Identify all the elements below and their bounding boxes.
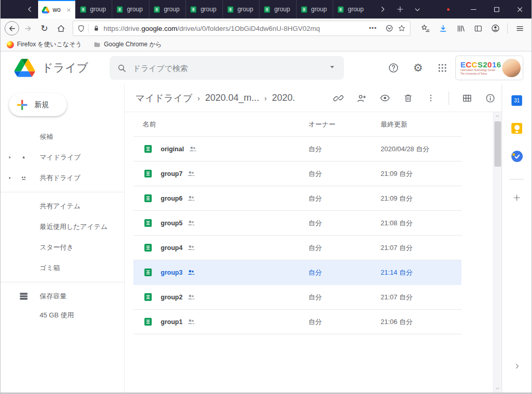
forward-button[interactable]	[20, 21, 36, 36]
sidebar-item-label: ゴミ箱	[40, 263, 60, 273]
bookmark-firefox[interactable]: Firefox を使いこなそう	[7, 40, 82, 49]
preview-eye-button[interactable]	[380, 93, 390, 103]
google-apps-grid-button[interactable]	[437, 62, 448, 74]
info-button[interactable]	[485, 93, 495, 103]
reload-icon: ↻	[41, 24, 48, 33]
page-actions-icon[interactable]: •••	[369, 25, 377, 32]
sheets-file-icon	[143, 267, 153, 277]
bookmark-star-icon[interactable]	[398, 24, 406, 32]
tab-scroll-right-button[interactable]	[374, 5, 391, 13]
tab-group-8[interactable]: group	[333, 0, 370, 19]
sheets-file-icon	[143, 193, 153, 203]
window-close-button[interactable]	[508, 0, 531, 19]
content-row: 名前 オーナー 最終更新 original 自分 2020/04/28 自分 g…	[125, 112, 502, 392]
search-options-caret-icon[interactable]	[328, 62, 337, 74]
more-actions-button[interactable]	[426, 93, 436, 103]
minimize-button[interactable]	[462, 0, 485, 19]
file-row-group6[interactable]: group6 自分 21:09 自分	[133, 186, 461, 211]
firefox-account-button[interactable]	[488, 21, 503, 36]
home-button[interactable]	[53, 21, 68, 36]
drive-header: ドライブ ⚙ ECCS2016 Information Technology C…	[1, 51, 531, 84]
breadcrumb-my-drive[interactable]: マイドライブ	[135, 92, 193, 104]
vertical-scrollbar[interactable]	[493, 112, 502, 392]
file-row-group1[interactable]: group1 自分 21:06 自分	[133, 310, 461, 334]
tracking-protection-shield-icon[interactable]	[77, 25, 85, 32]
column-header-name[interactable]: 名前	[133, 120, 308, 129]
downloads-button[interactable]	[435, 21, 451, 36]
hide-side-panel-button[interactable]	[513, 363, 521, 370]
back-button[interactable]	[5, 21, 19, 35]
menu-button[interactable]	[512, 21, 527, 36]
drive-brand[interactable]: ドライブ	[1, 59, 110, 77]
file-row-group4[interactable]: group4 自分 21:07 自分	[133, 236, 461, 260]
scroll-up-arrow[interactable]	[493, 112, 502, 120]
drive-search-bar[interactable]	[110, 56, 344, 80]
expand-arrow-icon[interactable]	[6, 155, 13, 160]
sidebar-item-priority[interactable]: 候補	[1, 127, 124, 147]
tab-drive[interactable]: wo	[38, 0, 75, 19]
library-button[interactable]	[453, 21, 468, 36]
tab-close-icon[interactable]	[66, 7, 72, 13]
file-row-group5[interactable]: group5 自分 21:08 自分	[133, 211, 461, 236]
sidebar-item-shared-drives[interactable]: 共有ドライブ	[1, 168, 124, 188]
column-header-modified[interactable]: 最終更新	[381, 120, 461, 129]
add-on-button[interactable]	[512, 193, 521, 202]
tab-group-6[interactable]: group	[259, 0, 296, 19]
url-bar[interactable]: https://drive.google.com/drive/u/0/folde…	[73, 21, 410, 36]
tab-group-3[interactable]: group	[149, 0, 186, 19]
sidebar-item-label: 共有アイテム	[40, 202, 80, 211]
pocket-icon[interactable]	[385, 24, 393, 32]
sidebar-item-trash[interactable]: ゴミ箱	[1, 258, 124, 278]
sheets-icon	[337, 6, 345, 13]
lock-icon[interactable]	[93, 25, 100, 32]
search-input[interactable]	[133, 64, 321, 73]
column-header-owner[interactable]: オーナー	[308, 120, 381, 129]
search-icon[interactable]	[117, 63, 127, 73]
sidebar-item-storage[interactable]: 保存容量	[1, 286, 124, 307]
breadcrumb-middle-folder[interactable]: 2020.04_m...	[205, 93, 259, 103]
sidebar-item-shared-with-me[interactable]: 共有アイテム	[1, 196, 124, 217]
file-row-group7[interactable]: group7 自分 21:09 自分	[133, 162, 461, 186]
tab-scroll-left-button[interactable]	[21, 0, 39, 19]
sidebar-item-starred[interactable]: スター付き	[1, 237, 124, 258]
sidebar-item-my-drive[interactable]: マイドライブ	[1, 147, 124, 168]
tab-group-2[interactable]: group	[112, 0, 149, 19]
scrollbar-thumb[interactable]	[494, 121, 501, 167]
settings-gear-button[interactable]: ⚙	[413, 63, 423, 74]
help-button[interactable]	[388, 62, 399, 74]
sidebar-item-recent[interactable]: 最近使用したアイテム	[1, 217, 124, 237]
tab-group-1[interactable]: group	[75, 0, 112, 19]
file-row-group2[interactable]: group2 自分 21:07 自分	[133, 285, 461, 310]
file-row-group3-selected[interactable]: group3 自分 21:14 自分	[133, 260, 461, 285]
tab-list-dropdown-button[interactable]	[409, 6, 426, 13]
tab-group-7[interactable]: group	[296, 0, 333, 19]
side-panel-divider	[510, 179, 524, 180]
tasks-button[interactable]	[511, 151, 523, 162]
url-text[interactable]: https://drive.google.com/drive/u/0/folde…	[104, 25, 365, 32]
sidebar-toggle-button[interactable]	[470, 21, 486, 36]
tasks-check-icon	[511, 151, 523, 162]
breadcrumb-current-folder[interactable]: 2020.	[272, 93, 295, 103]
get-link-button[interactable]	[333, 93, 344, 103]
new-button[interactable]: 新規	[9, 93, 67, 116]
grid-view-button[interactable]	[462, 93, 472, 103]
expand-arrow-icon[interactable]	[6, 175, 13, 181]
tab-group-4[interactable]: group	[185, 0, 222, 19]
keep-button[interactable]	[511, 123, 522, 134]
sidebar-item-label: 共有ドライブ	[40, 173, 80, 183]
sidebar-divider	[1, 192, 124, 192]
maximize-button[interactable]	[485, 0, 508, 19]
bookmark-folder-chrome[interactable]: Google Chrome から	[93, 40, 162, 49]
delete-button[interactable]	[403, 93, 413, 103]
share-button[interactable]	[356, 93, 367, 103]
bookmarks-menu-button[interactable]	[418, 21, 433, 36]
scroll-down-arrow[interactable]	[493, 384, 502, 392]
account-badge[interactable]: ECCS2016 Information Technology Center T…	[455, 56, 523, 80]
file-row-original[interactable]: original 自分 2020/04/28 自分	[133, 137, 461, 162]
avatar[interactable]	[502, 59, 521, 77]
tab-bar: wo group group group group group group g…	[1, 0, 531, 19]
tab-group-5[interactable]: group	[222, 0, 260, 19]
reload-button[interactable]: ↻	[37, 21, 52, 36]
new-tab-button[interactable]	[391, 5, 409, 13]
calendar-button[interactable]: 31	[511, 95, 522, 106]
